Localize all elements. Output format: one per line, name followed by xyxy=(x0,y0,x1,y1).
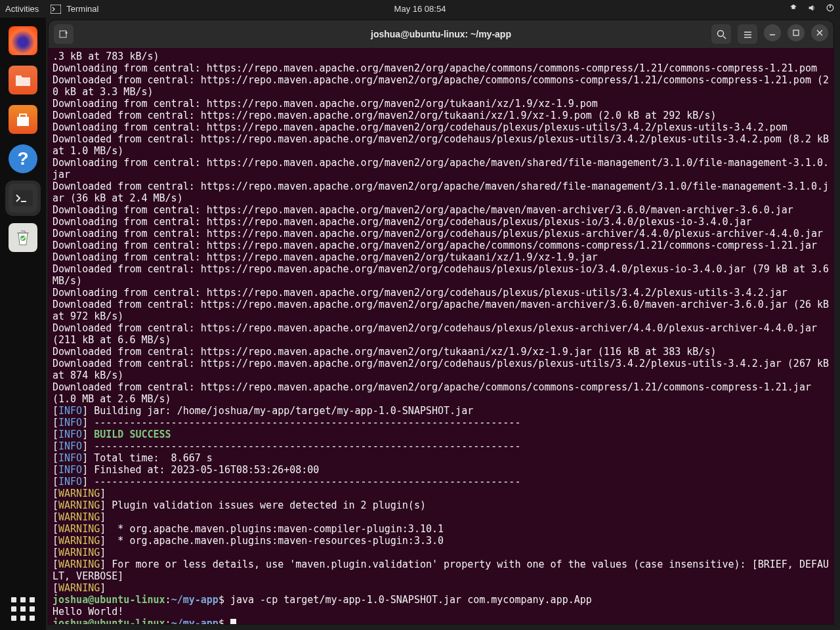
svg-rect-0 xyxy=(51,5,61,14)
svg-rect-15 xyxy=(793,30,799,35)
window-title: joshua@ubuntu-linux: ~/my-app xyxy=(371,29,511,39)
clock[interactable]: May 16 08:54 xyxy=(394,4,446,14)
firefox-icon xyxy=(9,26,37,55)
top-bar: Activities Terminal May 16 08:54 xyxy=(0,0,840,18)
active-app-name: Terminal xyxy=(66,4,98,14)
dock: ? xyxy=(0,18,46,630)
svg-rect-3 xyxy=(13,190,33,206)
network-icon[interactable] xyxy=(789,3,798,14)
dock-trash[interactable] xyxy=(5,220,41,255)
show-applications-button[interactable] xyxy=(10,597,36,621)
software-icon xyxy=(9,105,37,134)
window-titlebar: joshua@ubuntu-linux: ~/my-app xyxy=(49,20,833,48)
svg-point-9 xyxy=(717,30,723,36)
files-icon xyxy=(9,66,37,94)
svg-line-10 xyxy=(723,36,726,39)
trash-icon xyxy=(9,223,37,252)
volume-icon[interactable] xyxy=(807,3,816,14)
activities-button[interactable]: Activities xyxy=(5,4,39,14)
terminal-window: joshua@ubuntu-linux: ~/my-app .3 kB at 7… xyxy=(49,20,833,624)
dock-terminal[interactable] xyxy=(5,180,41,216)
terminal-app-icon xyxy=(9,184,37,213)
help-icon: ? xyxy=(9,144,37,173)
dock-firefox[interactable] xyxy=(5,23,41,58)
dock-software[interactable] xyxy=(5,102,41,137)
dock-help[interactable]: ? xyxy=(5,141,41,177)
svg-rect-6 xyxy=(60,31,66,37)
minimize-button[interactable] xyxy=(764,24,781,41)
menu-button[interactable] xyxy=(738,24,757,44)
terminal-content[interactable]: .3 kB at 783 kB/s) Downloading from cent… xyxy=(49,48,833,624)
maximize-button[interactable] xyxy=(788,24,805,41)
active-app-indicator[interactable]: Terminal xyxy=(51,4,98,14)
close-button[interactable] xyxy=(811,24,828,41)
terminal-icon xyxy=(51,5,61,14)
dock-files[interactable] xyxy=(5,62,41,98)
search-button[interactable] xyxy=(711,24,731,44)
power-icon[interactable] xyxy=(826,3,835,14)
new-tab-button[interactable] xyxy=(54,24,74,44)
